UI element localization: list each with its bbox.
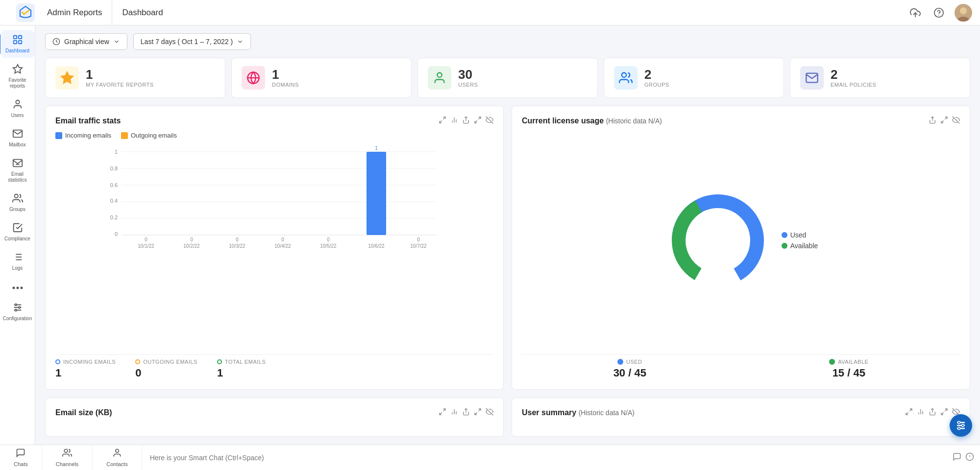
- svg-point-37: [622, 73, 626, 77]
- license-stat-available: AVAILABLE 15 / 45: [829, 359, 868, 379]
- svg-rect-70: [367, 152, 386, 235]
- sidebar-users-label: Users: [11, 113, 24, 118]
- favorite-reports-card-content: 1 MY FAVORITE REPORTS: [86, 68, 153, 88]
- stat-dot-outgoing: [135, 359, 140, 364]
- stat-incoming-value: 1: [55, 367, 116, 379]
- share-icon-traffic[interactable]: [462, 116, 470, 126]
- logo-area: [8, 3, 43, 22]
- user-summary-title: User summary (Historic data N/A): [522, 408, 635, 417]
- domains-card-icon: [242, 66, 265, 90]
- email-size-panel: Email size (KB): [45, 398, 504, 437]
- email-policies-count: 2: [831, 68, 876, 81]
- svg-text:0.6: 0.6: [110, 182, 118, 188]
- sidebar-item-groups[interactable]: Groups: [1, 189, 34, 216]
- bottom-action-icon-2[interactable]: [965, 452, 974, 463]
- expand-icon-user-summary[interactable]: [905, 408, 913, 418]
- bottom-tab-channels[interactable]: Channels: [42, 445, 93, 470]
- main-layout: Dashboard Favorite reports Users Mailbox: [0, 25, 980, 445]
- fab-filter-button[interactable]: [950, 414, 972, 437]
- svg-point-31: [15, 309, 17, 311]
- sidebar-logs-label: Logs: [12, 265, 23, 271]
- sidebar-item-mailbox[interactable]: Mailbox: [1, 124, 34, 152]
- bar-chart-icon-traffic[interactable]: [450, 116, 458, 126]
- sidebar-item-dashboard[interactable]: Dashboard: [1, 30, 34, 58]
- hide-icon-size[interactable]: [486, 408, 493, 418]
- graphical-view-dropdown[interactable]: Graphical view: [45, 33, 127, 50]
- sidebar-item-email-statistics[interactable]: Email statistics: [1, 154, 34, 187]
- hide-icon-traffic[interactable]: [486, 116, 493, 126]
- share-icon-size[interactable]: [462, 408, 470, 418]
- sidebar-item-more[interactable]: [1, 277, 34, 296]
- bar-icon-size[interactable]: [450, 408, 458, 418]
- email-statistics-icon: [12, 158, 23, 170]
- controls-bar: Graphical view Last 7 days ( Oct 1 – 7, …: [45, 33, 970, 50]
- email-policies-label: EMAIL POLICIES: [831, 82, 876, 88]
- fullscreen-icon-size[interactable]: [474, 408, 482, 418]
- bottom-action-icon-1[interactable]: [953, 452, 961, 463]
- app-logo: [16, 3, 35, 22]
- svg-text:0: 0: [190, 237, 193, 242]
- bottom-tab-chats[interactable]: Chats: [0, 445, 42, 470]
- svg-line-77: [941, 120, 944, 123]
- user-avatar[interactable]: [955, 4, 972, 22]
- summary-card-email-policies: 2 EMAIL POLICIES: [790, 58, 970, 98]
- svg-text:0: 0: [115, 231, 118, 237]
- legend-dot-incoming: [55, 132, 62, 139]
- svg-rect-8: [18, 36, 21, 39]
- donut-dot-used: [782, 232, 787, 238]
- svg-text:10/6/22: 10/6/22: [368, 243, 385, 249]
- smart-chat-input[interactable]: [150, 454, 939, 462]
- svg-text:10/2/22: 10/2/22: [183, 243, 200, 249]
- users-count: 30: [458, 68, 478, 81]
- favorite-reports-icon: [12, 64, 23, 76]
- svg-point-30: [18, 306, 20, 308]
- sidebar-item-compliance[interactable]: Compliance: [1, 218, 34, 246]
- fullscreen-icon-traffic[interactable]: [474, 116, 482, 126]
- svg-line-45: [478, 117, 481, 119]
- svg-text:0: 0: [281, 237, 284, 242]
- svg-line-83: [440, 412, 442, 415]
- share-icon-user-summary[interactable]: [929, 408, 936, 418]
- sidebar-item-configuration[interactable]: Configuration: [1, 298, 34, 326]
- groups-label: GROUPS: [644, 82, 669, 88]
- help-button[interactable]: [931, 5, 947, 21]
- email-traffic-header: Email traffic stats: [55, 116, 493, 126]
- channels-tab-label: Channels: [56, 461, 78, 467]
- chart-actions-size: [439, 408, 493, 418]
- sidebar-item-favorite-reports[interactable]: Favorite reports: [1, 60, 34, 93]
- email-traffic-title: Email traffic stats: [55, 117, 121, 125]
- expand-icon-size[interactable]: [439, 408, 446, 418]
- svg-point-110: [958, 427, 960, 430]
- email-policies-card-content: 2 EMAIL POLICIES: [831, 68, 876, 88]
- hide-icon-license[interactable]: [952, 116, 960, 126]
- email-size-title: Email size (KB): [55, 408, 112, 417]
- donut-chart-svg: [664, 187, 772, 294]
- users-card-icon: [428, 66, 451, 90]
- user-summary-panel: User summary (Historic data N/A): [512, 398, 970, 437]
- svg-text:0: 0: [236, 237, 239, 242]
- svg-text:1: 1: [375, 145, 378, 151]
- date-range-dropdown[interactable]: Last 7 days ( Oct 1 – 7, 2022 ): [133, 33, 251, 50]
- more-icon: [12, 281, 23, 291]
- fullscreen-icon-user-summary[interactable]: [940, 408, 948, 418]
- license-available-label: AVAILABLE: [829, 359, 868, 365]
- donut-container: Used Available: [522, 132, 960, 349]
- sidebar-item-users[interactable]: Users: [1, 95, 34, 122]
- upload-button[interactable]: [907, 5, 923, 21]
- users-label: USERS: [458, 82, 478, 88]
- bar-icon-user-summary[interactable]: [917, 408, 925, 418]
- donut-legend-used: Used: [782, 231, 818, 239]
- smart-chat-input-area[interactable]: [142, 445, 947, 470]
- svg-text:10/1/22: 10/1/22: [138, 243, 154, 249]
- chart-legend-traffic: Incoming emails Outgoing emails: [55, 132, 493, 139]
- compliance-icon: [12, 222, 23, 235]
- sidebar-groups-label: Groups: [9, 207, 25, 212]
- groups-icon: [12, 193, 23, 205]
- fullscreen-icon-license[interactable]: [940, 116, 948, 126]
- share-icon-license[interactable]: [929, 116, 936, 126]
- sidebar-compliance-label: Compliance: [4, 236, 30, 242]
- expand-icon-traffic[interactable]: [439, 116, 446, 126]
- sidebar-item-logs[interactable]: Logs: [1, 248, 34, 275]
- bottom-tab-contacts[interactable]: Contacts: [93, 445, 142, 470]
- sidebar: Dashboard Favorite reports Users Mailbox: [0, 25, 35, 445]
